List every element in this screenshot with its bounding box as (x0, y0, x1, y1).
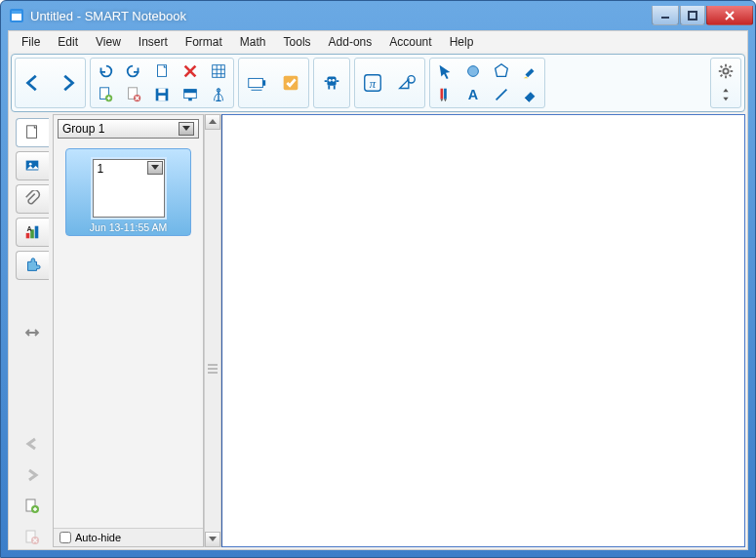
menu-account[interactable]: Account (380, 33, 440, 51)
panel-splitter[interactable] (204, 114, 221, 547)
add-page-button[interactable] (93, 84, 118, 105)
window-maximize[interactable] (680, 6, 705, 25)
splitter-grip-icon (208, 357, 218, 380)
menu-file[interactable]: File (13, 33, 49, 51)
svg-rect-4 (689, 12, 696, 20)
menu-addons[interactable]: Add-ons (320, 33, 381, 51)
gadget-button[interactable] (316, 61, 347, 104)
page-timestamp: Jun 13-11:55 AM (90, 221, 167, 233)
auto-hide-label: Auto-hide (75, 532, 121, 543)
svg-rect-19 (262, 80, 265, 86)
svg-rect-46 (35, 226, 39, 239)
redo-button[interactable] (121, 60, 146, 82)
group-dropdown-label: Group 1 (62, 122, 104, 136)
window-close[interactable] (706, 6, 753, 25)
toolbar: π A (11, 54, 745, 112)
scroll-down-button[interactable] (205, 532, 220, 547)
document-camera-button[interactable] (241, 61, 272, 104)
window-title: Untitled - SMART Notebook (30, 9, 651, 23)
svg-rect-2 (12, 11, 21, 14)
circle-tool[interactable] (460, 60, 486, 82)
pointer-tool[interactable] (432, 60, 458, 82)
menu-edit[interactable]: Edit (49, 33, 87, 51)
svg-rect-16 (213, 65, 225, 78)
open-button[interactable] (149, 60, 175, 82)
table-button[interactable] (206, 60, 231, 82)
group-dropdown[interactable]: Group 1 (58, 119, 199, 139)
svg-rect-28 (444, 89, 447, 100)
page-thumbnail-menu[interactable] (147, 161, 163, 175)
delete-page-button[interactable] (121, 84, 146, 105)
math-pi-button[interactable]: π (357, 61, 388, 104)
svg-point-23 (332, 79, 335, 82)
svg-point-22 (329, 79, 332, 82)
svg-line-31 (497, 90, 507, 100)
svg-line-40 (721, 75, 723, 77)
svg-point-32 (723, 68, 728, 73)
menu-format[interactable]: Format (177, 33, 231, 51)
tab-properties[interactable]: A (16, 218, 49, 247)
svg-line-38 (730, 75, 732, 77)
svg-rect-44 (26, 233, 30, 238)
menu-insert[interactable]: Insert (130, 33, 177, 51)
left-tab-strip: A (11, 114, 53, 547)
collapse-panel-button[interactable] (22, 323, 42, 342)
nav-forward-disabled-icon (22, 465, 42, 485)
highlighter-tool[interactable] (517, 60, 542, 82)
svg-rect-14 (184, 90, 197, 94)
tab-addons[interactable] (16, 251, 49, 280)
settings-gear-button[interactable] (713, 60, 738, 82)
menu-view[interactable]: View (87, 33, 130, 51)
line-tool[interactable] (489, 84, 514, 105)
menu-bar: File Edit View Insert Format Math Tools … (9, 31, 747, 52)
svg-point-29 (468, 66, 479, 77)
app-icon (9, 8, 24, 23)
svg-text:A: A (27, 224, 32, 233)
screenshade-button[interactable] (178, 84, 203, 105)
polygon-tool[interactable] (489, 60, 514, 82)
svg-rect-15 (188, 99, 192, 101)
svg-point-43 (29, 163, 32, 166)
page-thumbnail[interactable]: 1 (93, 159, 165, 218)
add-page-small-button[interactable] (22, 497, 42, 516)
page-number: 1 (98, 162, 104, 176)
tab-attachments[interactable] (16, 184, 49, 214)
response-button[interactable] (275, 61, 306, 104)
prev-page-button[interactable] (18, 61, 49, 104)
chevron-down-icon (179, 122, 194, 136)
page-canvas[interactable] (221, 114, 745, 547)
undo-button[interactable] (93, 60, 118, 82)
scroll-up-button[interactable] (205, 114, 220, 130)
ruler-button[interactable] (206, 84, 231, 105)
page-sorter-panel: Group 1 1 Jun 13-11:55 AM Auto-hid (53, 114, 204, 547)
svg-rect-18 (249, 78, 263, 87)
svg-line-37 (721, 66, 723, 68)
svg-text:π: π (370, 77, 377, 91)
pens-tool[interactable] (432, 84, 458, 105)
svg-rect-11 (158, 89, 165, 94)
svg-rect-12 (158, 96, 165, 100)
tab-page-sorter[interactable] (16, 118, 49, 147)
delete-page-small-button[interactable] (22, 528, 42, 547)
svg-rect-27 (441, 89, 444, 100)
svg-rect-3 (661, 17, 669, 19)
menu-math[interactable]: Math (231, 33, 275, 51)
svg-text:A: A (468, 87, 479, 102)
nav-back-disabled-icon (22, 434, 42, 454)
move-toolbar-button[interactable] (713, 84, 738, 105)
save-button[interactable] (149, 84, 175, 105)
geometry-button[interactable] (391, 61, 422, 104)
delete-button[interactable] (178, 60, 203, 82)
menu-tools[interactable]: Tools (275, 33, 320, 51)
next-page-button[interactable] (52, 61, 83, 104)
svg-rect-21 (327, 77, 336, 86)
eraser-tool[interactable] (517, 84, 542, 105)
window-minimize[interactable] (652, 6, 679, 25)
svg-line-39 (730, 66, 732, 68)
page-thumbnail-selected[interactable]: 1 Jun 13-11:55 AM (65, 148, 191, 236)
tab-gallery[interactable] (16, 151, 49, 180)
text-tool[interactable]: A (460, 84, 486, 105)
auto-hide-checkbox[interactable] (60, 532, 71, 543)
menu-help[interactable]: Help (441, 33, 483, 51)
